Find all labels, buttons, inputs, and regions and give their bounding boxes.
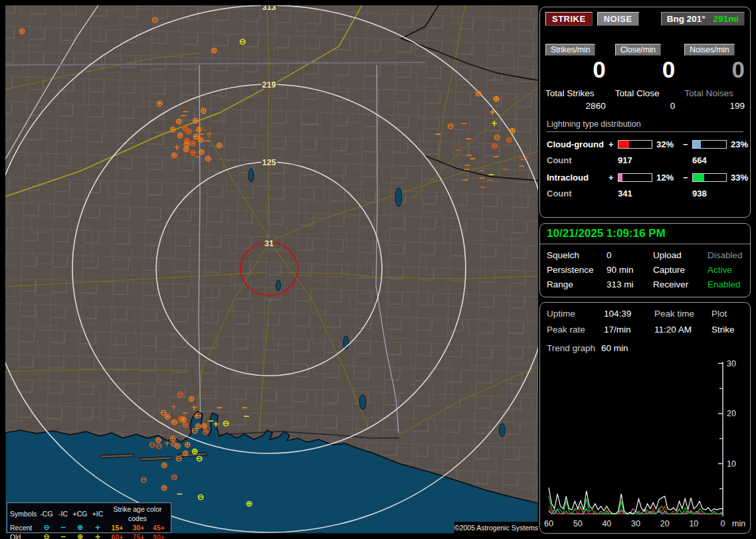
distribution-title: Lightning type distribution bbox=[547, 119, 743, 132]
strike-symbol-cp: ⊕ bbox=[202, 427, 209, 437]
range-ring-label: 125 bbox=[262, 158, 276, 167]
minus-sign: − bbox=[683, 173, 692, 183]
trend-y-tick-label: 30 bbox=[727, 360, 736, 368]
strike-symbol-p: + bbox=[170, 402, 177, 412]
bearing-badge: Bng 201° 291mi bbox=[661, 12, 745, 26]
strike-symbol-cp: ⊕ bbox=[161, 483, 168, 493]
strike-symbol-m: − bbox=[176, 489, 183, 499]
strike-symbol-cp: ⊕ bbox=[182, 448, 189, 458]
noises-per-min-button[interactable]: Noises/min bbox=[684, 44, 734, 56]
trend-y-tick-label: 10 bbox=[727, 459, 736, 469]
legend-row-recent: Recent ⊖−⊕+15+30+45+ bbox=[10, 523, 169, 532]
strike-symbol-m: − bbox=[502, 165, 508, 174]
strike-symbol-cm: ⊖ bbox=[140, 475, 147, 485]
total-close-label: Total Close bbox=[615, 88, 676, 98]
strike-symbol-p: + bbox=[163, 439, 170, 448]
peak-time-value: 11:20 AM bbox=[654, 325, 711, 335]
strike-symbol-m: − bbox=[243, 412, 250, 421]
plot-label: Plot bbox=[711, 309, 743, 319]
close-per-min-button[interactable]: Close/min bbox=[615, 44, 661, 56]
strike-symbol-cm: ⊖ bbox=[447, 121, 454, 131]
lightning-type-distribution: Lightning type distribution Cloud-ground… bbox=[540, 111, 750, 198]
trend-y-tick-label: 20 bbox=[727, 409, 736, 418]
legend-col--ic: -IC bbox=[55, 509, 71, 518]
uptime-value: 104:39 bbox=[604, 309, 654, 319]
legend-symbol-glyph: ⊖ bbox=[38, 523, 55, 532]
trend-x-tick-label: 60 bbox=[544, 519, 553, 528]
count-label: Count bbox=[547, 189, 609, 198]
total-strikes-value: 2860 bbox=[545, 101, 606, 111]
strikes-per-min-button[interactable]: Strikes/min bbox=[545, 44, 595, 56]
legend-row-label: Old bbox=[10, 532, 38, 539]
stats-grid: Uptime 104:39 Peak time Plot Peak rate 1… bbox=[540, 303, 750, 335]
status-panel: 10/21/2025 1:09:16 PM Squelch 0 Upload D… bbox=[539, 223, 751, 297]
strike-symbol-m: − bbox=[479, 183, 486, 192]
legend-header-row: Symbols -CG -IC +CG +IC Strike age color… bbox=[10, 504, 169, 523]
plus-sign: + bbox=[609, 139, 618, 149]
uptime-label: Uptime bbox=[547, 309, 604, 319]
strike-age-code: 60+ bbox=[106, 532, 128, 539]
strike-symbol-cm: ⊖ bbox=[191, 425, 199, 435]
close-counter-column: Close/min 0 Total Close 0 bbox=[615, 43, 676, 111]
strike-symbol-m: − bbox=[241, 403, 248, 412]
total-noises-value: 199 bbox=[684, 101, 745, 111]
legend-symbol-glyph: + bbox=[89, 523, 106, 532]
trend-x-tick-label: 40 bbox=[602, 519, 611, 528]
strike-symbol-cm: ⊖ bbox=[196, 453, 203, 463]
trend-graph-label: Trend graph bbox=[547, 343, 595, 353]
cloud-ground-row: Cloud-ground + 32% − 23% bbox=[547, 139, 743, 149]
strike-symbol-m: − bbox=[454, 145, 461, 155]
legend-symbol-glyph: − bbox=[55, 523, 71, 532]
strike-symbol-cp: ⊕ bbox=[171, 417, 178, 427]
strike-symbol-m: − bbox=[193, 152, 200, 161]
total-strikes-label: Total Strikes bbox=[545, 88, 606, 98]
legend-row-label: Recent bbox=[10, 523, 38, 532]
strike-age-code: 75+ bbox=[128, 532, 149, 539]
total-close-value: 0 bbox=[615, 101, 676, 111]
legend-col-+ic: +IC bbox=[89, 509, 106, 518]
strike-symbol-m: − bbox=[486, 175, 493, 185]
upload-status: Disabled bbox=[708, 250, 743, 260]
intracloud-negative-pct: 33% bbox=[727, 173, 748, 183]
strikes-per-min-value: 0 bbox=[545, 58, 606, 82]
strike-symbol-cm: ⊖ bbox=[151, 15, 159, 25]
strike-symbol-p: + bbox=[489, 108, 496, 117]
intracloud-positive-count: 341 bbox=[618, 189, 683, 198]
legend-symbol-glyph: ⊖ bbox=[38, 532, 55, 539]
intracloud-row: Intracloud + 12% − 33% bbox=[547, 173, 743, 183]
strike-symbol-m: − bbox=[492, 152, 499, 161]
noise-button[interactable]: NOISE bbox=[597, 12, 639, 26]
strike-symbol-cm: ⊖ bbox=[223, 418, 230, 428]
strike-button[interactable]: STRIKE bbox=[545, 12, 593, 26]
strike-symbol-cp: ⊕ bbox=[169, 124, 177, 134]
map[interactable]: 31321912531⊕⊖⊕⊖⊕⊕−−⊕⊕⊕⊕⊕⊕−+⊕⊕⊕⊕−⊕⊕⊕+⊕⊕⊕⊕… bbox=[5, 5, 538, 534]
minus-sign: − bbox=[683, 139, 692, 149]
strike-symbol-m: − bbox=[216, 403, 223, 412]
status-grid: Squelch 0 Upload Disabled Persistence 90… bbox=[540, 244, 750, 289]
trend-x-tick-label: 0 bbox=[721, 519, 725, 528]
intracloud-positive-pct: 12% bbox=[652, 173, 683, 183]
strike-symbol-cp: ⊕ bbox=[246, 499, 253, 508]
strike-symbol-cp: ⊕ bbox=[509, 125, 516, 135]
strike-symbol-cm: ⊖ bbox=[177, 389, 184, 399]
cloud-ground-negative-pct: 23% bbox=[727, 139, 748, 149]
cloud-ground-positive-pct: 32% bbox=[652, 139, 683, 149]
count-label: Count bbox=[547, 155, 609, 165]
strike-symbol-cp: ⊕ bbox=[506, 135, 513, 145]
strike-symbol-cp: ⊕ bbox=[174, 441, 181, 451]
stats-panel: Uptime 104:39 Peak time Plot Peak rate 1… bbox=[539, 302, 751, 534]
legend-symbol-glyph: ⊕ bbox=[71, 523, 89, 532]
strike-symbol-cp: ⊕ bbox=[475, 88, 482, 98]
peak-time-label: Peak time bbox=[654, 309, 711, 319]
legend-symbols-title: Symbols bbox=[10, 509, 38, 518]
strike-symbol-cp: ⊕ bbox=[161, 460, 168, 470]
strike-age-code: 45+ bbox=[149, 523, 169, 532]
cloud-ground-negative-bar bbox=[692, 140, 727, 149]
noises-per-min-value: 0 bbox=[684, 58, 745, 82]
strike-symbol-p: + bbox=[491, 119, 498, 128]
range-ring-label: 219 bbox=[262, 80, 276, 90]
strike-symbol-cm: ⊖ bbox=[171, 472, 178, 482]
strike-age-code: 30+ bbox=[128, 523, 149, 532]
rate-counters: Strikes/min 0 Total Strikes 2860 Close/m… bbox=[540, 26, 750, 111]
strike-symbol-cp: ⊕ bbox=[156, 98, 163, 108]
